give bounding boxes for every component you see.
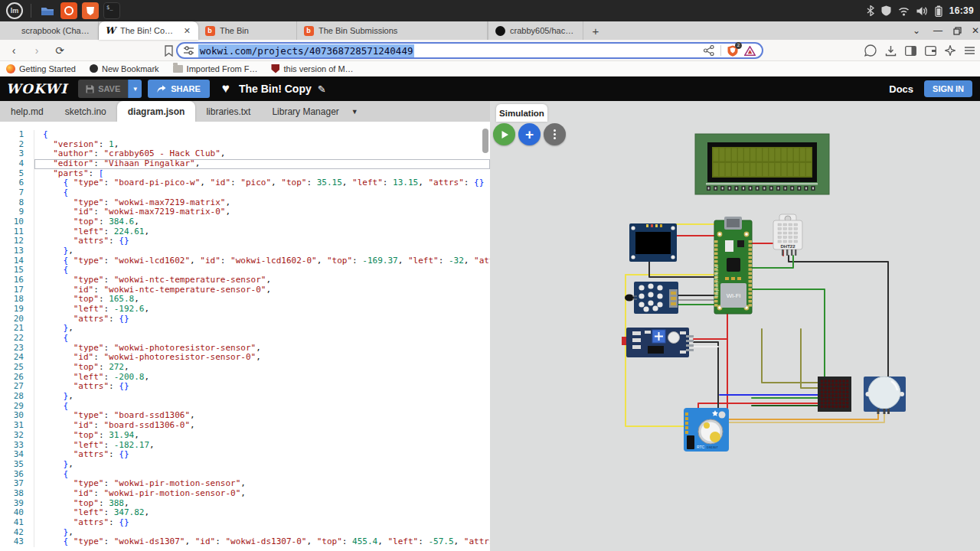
pico-side-label: Raspberry Pi Pico W — [715, 265, 719, 297]
browser-tab-scrapbook[interactable]: scrapbook (Channel) - Hack Club — [0, 21, 99, 40]
bin-favicon: b — [204, 25, 215, 36]
sign-in-button[interactable]: SIGN IN — [924, 80, 972, 97]
wokwi-header: WOKWI SAVE ▼ SHARE ♥ The Bin! Copy ✎ Doc… — [0, 77, 980, 101]
url-bar[interactable]: wokwi.com/projects/407368728571240449 2 — [176, 42, 763, 59]
bookmark-this-version[interactable]: this version of M… — [271, 64, 353, 73]
tab-help-md[interactable]: help.md — [0, 101, 54, 122]
url-text-selected[interactable]: wokwi.com/projects/407368728571240449 — [198, 44, 414, 57]
divider — [720, 45, 721, 56]
code-line[interactable]: 28 }, — [0, 392, 490, 402]
pir-motion-sensor-component[interactable] — [864, 377, 906, 414]
editor-tab-bar: help.md sketch.ino diagram.json librarie… — [0, 101, 490, 122]
circuit-canvas[interactable]: Wi-Fi Raspberry Pi Pico W DHT22 — [490, 101, 980, 551]
mint-menu-icon[interactable]: lm — [6, 2, 23, 19]
favorite-heart-icon[interactable]: ♥ — [222, 81, 230, 96]
wire-olive — [762, 329, 818, 383]
code-line[interactable]: 21 }, — [0, 324, 490, 334]
window-minimize-button[interactable]: — — [929, 21, 947, 40]
bluetooth-icon[interactable] — [867, 5, 874, 16]
toolbar-right-icons — [864, 40, 975, 61]
code-line[interactable]: 6 { "type": "board-pi-pico-w", "id": "pi… — [0, 178, 490, 188]
menu-hamburger-icon[interactable] — [964, 46, 975, 55]
reload-button[interactable]: ⟳ — [51, 41, 69, 60]
back-button[interactable]: ‹ — [5, 41, 23, 60]
oled-ssd1306-component[interactable] — [629, 223, 677, 262]
wire-green — [752, 256, 793, 268]
save-dropdown-button[interactable]: ▼ — [128, 80, 142, 98]
tab-close-icon[interactable]: ✕ — [182, 26, 192, 36]
tab-list-chevron-icon[interactable]: ⌄ — [907, 21, 926, 40]
app-launcher-icon[interactable] — [60, 2, 77, 19]
tab-libraries-txt[interactable]: libraries.txt — [195, 101, 261, 122]
max7219-matrix-component[interactable] — [818, 377, 851, 412]
share-button[interactable]: SHARE — [148, 80, 210, 98]
window-close-button[interactable]: ✕ — [966, 21, 980, 40]
tab-sketch-ino[interactable]: sketch.ino — [54, 101, 117, 122]
code-line[interactable]: 34 "attrs": {} — [0, 450, 490, 460]
wire-tan — [729, 412, 884, 422]
code-line[interactable]: 20 "attrs": {} — [0, 315, 490, 324]
forward-button[interactable]: › — [28, 41, 46, 60]
photoresistor-sensor-component[interactable] — [622, 328, 694, 357]
ntc-temperature-sensor-component[interactable] — [625, 282, 678, 314]
wifi-icon[interactable] — [898, 6, 910, 16]
code-line[interactable]: 27 "attrs": {} — [0, 382, 490, 392]
browser-tab-wokwi-active[interactable]: W The Bin! Copy - Wokwi ESP3 ✕ — [99, 21, 198, 40]
dht22-label: DHT22 — [780, 244, 795, 249]
browser-tab-bin-submissions[interactable]: b The Bin Submissions — [297, 21, 488, 40]
pico-wifi-label: Wi-Fi — [727, 292, 741, 299]
bookmark-new-bookmark[interactable]: New Bookmark — [90, 64, 159, 73]
browser-tab-github[interactable]: crabby605/hackclub-scraps — [488, 21, 583, 40]
sidebar-icon[interactable] — [905, 46, 916, 56]
code-line[interactable]: 12 "attrs": {} — [0, 236, 490, 246]
library-manager-caret-icon[interactable]: ▼ — [351, 108, 358, 116]
brave-app-icon[interactable] — [82, 2, 99, 19]
new-tab-button[interactable]: + — [588, 23, 603, 38]
pi-pico-w-component[interactable]: Wi-Fi Raspberry Pi Pico W — [714, 217, 752, 314]
security-shield-icon[interactable] — [881, 5, 891, 16]
brave-shields-icon[interactable]: 2 — [727, 45, 738, 57]
window-restore-button[interactable] — [948, 21, 966, 40]
crest-icon — [271, 64, 279, 73]
rename-pencil-icon[interactable]: ✎ — [318, 83, 326, 95]
save-button[interactable]: SAVE — [78, 80, 128, 98]
docs-link[interactable]: Docs — [889, 83, 913, 95]
code-line[interactable]: 43 { "type": "wokwi-ds1307", "id": "wokw… — [0, 537, 490, 547]
wallet-icon[interactable] — [925, 46, 936, 56]
project-title: The Bin! Copy — [239, 83, 312, 95]
leo-ai-icon[interactable] — [864, 44, 877, 57]
file-manager-icon[interactable] — [39, 2, 56, 19]
brave-rewards-triangle-icon[interactable] — [744, 46, 756, 56]
clock[interactable]: 16:39 — [949, 5, 974, 16]
dht22-component[interactable]: DHT22 — [773, 214, 802, 256]
share-icon[interactable] — [704, 45, 714, 56]
rtc-label: RTC — [697, 445, 705, 449]
rtc-ds1307-component[interactable]: RTC DS1307 — [684, 408, 729, 452]
battery-icon[interactable] — [935, 5, 942, 17]
tab-diagram-json[interactable]: diagram.json — [117, 101, 196, 122]
tab-title: The Bin Submissions — [318, 26, 481, 35]
lcd1602-component[interactable] — [695, 134, 829, 194]
browser-tab-bar: scrapbook (Channel) - Hack Club W The Bi… — [0, 21, 980, 40]
site-settings-tune-icon[interactable] — [184, 46, 194, 55]
wokwi-logo[interactable]: WOKWI — [6, 81, 67, 96]
rewards-sparkle-icon[interactable] — [945, 45, 956, 56]
firefox-icon — [6, 64, 15, 73]
terminal-icon[interactable]: $_ — [103, 2, 120, 19]
bookmark-imported-folder[interactable]: Imported From F… — [173, 64, 258, 73]
tab-title: The Bin! Copy - Wokwi ESP3 — [120, 26, 178, 35]
volume-icon[interactable] — [916, 6, 928, 16]
downloads-icon[interactable] — [885, 45, 897, 57]
bookmark-getting-started[interactable]: Getting Started — [6, 64, 76, 73]
code-line[interactable]: 14 { "type": "wokwi-lcd1602", "id": "wok… — [0, 256, 490, 266]
code-line[interactable]: 41 "attrs": {} — [0, 518, 490, 528]
browser-tab-the-bin[interactable]: b The Bin — [198, 21, 297, 40]
bookmark-page-icon[interactable] — [162, 43, 175, 58]
code-line[interactable]: 35 }, — [0, 460, 490, 470]
code-editor[interactable]: 1{2 "version": 1,3 "author": "crabby605 … — [0, 122, 490, 551]
wire-olive — [801, 329, 818, 388]
wokwi-favicon: W — [105, 25, 116, 36]
editor-scrollbar-thumb[interactable] — [482, 129, 488, 153]
wire-green — [752, 289, 825, 377]
tab-library-manager[interactable]: Library Manager — [261, 101, 349, 122]
